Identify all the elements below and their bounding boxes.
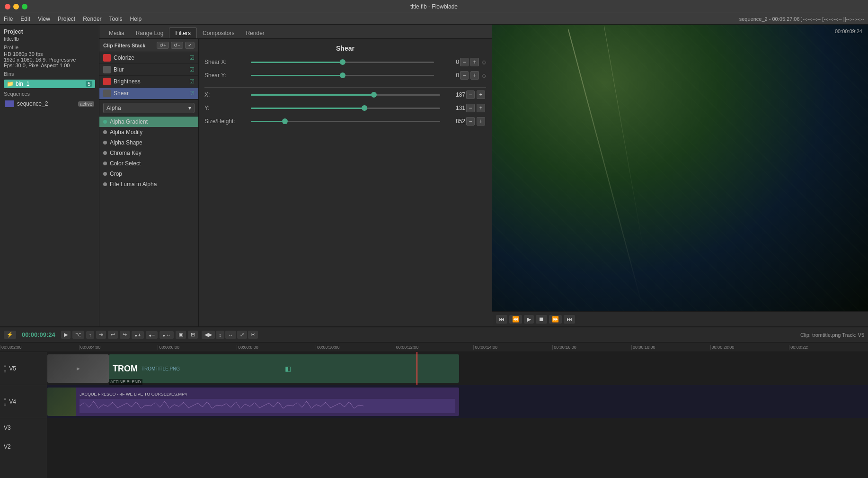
menu-render[interactable]: Render — [83, 16, 101, 22]
maximize-button[interactable] — [22, 4, 27, 9]
y-minus[interactable]: − — [466, 104, 475, 112]
filter-row-colorize[interactable]: Colorize ☑ — [99, 52, 198, 64]
sheary-keyframe[interactable]: ◇ — [482, 72, 486, 79]
mark-out-button[interactable]: ⬥− — [146, 331, 158, 339]
tab-filters[interactable]: Filters — [169, 27, 197, 38]
shearx-slider[interactable] — [251, 58, 434, 66]
sheary-minus[interactable]: − — [460, 71, 469, 80]
alpha-item-gradient[interactable]: Alpha Gradient — [99, 117, 198, 127]
sheary-plus[interactable]: + — [470, 71, 479, 80]
x-value: 187 — [444, 91, 465, 98]
filter-row-blur[interactable]: Blur ☑ — [99, 64, 198, 76]
clip-v5-thumb[interactable]: ▶ — [47, 354, 109, 383]
track-lane-v3 — [47, 418, 868, 437]
track-lane-v2 — [47, 437, 868, 456]
play-timeline[interactable]: ▶ — [61, 331, 71, 339]
video-timecode-overlay: 00:00:09:24 — [835, 28, 862, 34]
x-plus[interactable]: + — [477, 90, 485, 99]
bins-heading: Bins — [4, 71, 95, 77]
remove-filter-button[interactable]: ↺− — [171, 42, 183, 49]
shearx-keyframe[interactable]: ◇ — [482, 59, 486, 65]
tab-render[interactable]: Render — [240, 28, 270, 38]
filter-check-shear[interactable]: ☑ — [189, 90, 195, 97]
track-v4-icon-1: ≡ — [4, 397, 6, 401]
folder-icon: 📁 — [7, 81, 14, 87]
bin-name: bin_1 — [16, 81, 86, 87]
play-button[interactable]: ▶ — [524, 315, 534, 324]
track-v4-icon-2: ≡ — [4, 402, 6, 407]
menu-edit[interactable]: Edit — [20, 16, 30, 22]
clip-v4[interactable]: JACQUE FRESCO - -IF WE LIVE TO OURSELVES… — [47, 388, 459, 416]
lift-button[interactable]: ↑ — [86, 331, 95, 339]
menu-project[interactable]: Project — [58, 16, 75, 22]
alpha-item-crop[interactable]: Crop — [99, 169, 198, 179]
toggle-filter-button[interactable]: ✓ — [185, 42, 195, 49]
sidebar: Project title.flb Profile HD 1080p 30 fp… — [0, 25, 99, 326]
tab-rangelog[interactable]: Range Log — [130, 28, 169, 38]
range-button[interactable]: ⬥↔ — [159, 331, 174, 339]
edit-tool-5[interactable]: ✂ — [248, 331, 258, 339]
alpha-gradient-label: Alpha Gradient — [110, 118, 148, 125]
minimize-button[interactable] — [13, 4, 19, 9]
alpha-item-modify[interactable]: Alpha Modify — [99, 127, 198, 137]
tab-compositors[interactable]: Compositors — [197, 28, 240, 38]
mark-in-button[interactable]: ⬥+ — [132, 331, 143, 339]
alpha-dropdown[interactable]: Alpha ▾ — [103, 103, 195, 113]
y-plus[interactable]: + — [477, 104, 485, 112]
stop-button[interactable]: ⏹ — [536, 315, 547, 324]
sequence-item[interactable]: sequence_2 active — [4, 99, 95, 108]
x-minus[interactable]: − — [466, 90, 475, 99]
alpha-item-chroma[interactable]: Chroma Key — [99, 148, 198, 158]
filter-check-colorize[interactable]: ☑ — [189, 54, 195, 61]
alpha-item-fileluma[interactable]: File Luma to Alpha — [99, 179, 198, 189]
bin-item[interactable]: 📁 bin_1 5 — [4, 80, 95, 88]
extract-button[interactable]: ⇥ — [96, 331, 106, 339]
size-plus[interactable]: + — [477, 117, 485, 126]
menu-help[interactable]: Help — [130, 16, 142, 22]
y-slider[interactable] — [251, 104, 440, 112]
alpha-item-colorselect[interactable]: Color Select — [99, 158, 198, 169]
edit-tool-1[interactable]: ◀▶ — [202, 331, 215, 339]
undo-button[interactable]: ↩ — [108, 331, 118, 339]
close-button[interactable] — [5, 4, 10, 9]
edit-tool-4[interactable]: ⤢ — [237, 331, 247, 339]
tab-media[interactable]: Media — [103, 28, 130, 38]
sequence-button[interactable]: ⊟ — [188, 331, 198, 339]
filter-check-brightness[interactable]: ☑ — [189, 78, 195, 85]
sheary-slider[interactable] — [251, 71, 434, 80]
render-button[interactable]: ▣ — [176, 331, 186, 339]
add-filter-button[interactable]: ↺+ — [157, 42, 169, 49]
clip-v5-trom[interactable]: TROM TROMTITLE.PNG ◧ — [109, 354, 459, 383]
size-value: 852 — [444, 118, 465, 125]
edit-tool-3[interactable]: ↔ — [225, 331, 236, 339]
ruler-mark-3: 00:00:8:00 — [237, 345, 316, 350]
ruler-mark-4: 00:00:10:00 — [316, 345, 395, 350]
redo-button[interactable]: ↪ — [120, 331, 130, 339]
filter-label-blur: Blur — [114, 66, 189, 73]
clip-filters-header: Clip Filters Stack ↺+ ↺− ✓ — [99, 39, 198, 52]
goto-end-button[interactable]: ⏭ — [564, 315, 575, 324]
shearx-minus[interactable]: − — [460, 58, 469, 66]
size-slider[interactable] — [251, 117, 440, 126]
x-slider[interactable] — [251, 90, 440, 99]
filter-row-shear[interactable]: Shear ☑ — [99, 88, 198, 99]
trim-button[interactable]: ⌥ — [72, 331, 84, 339]
alpha-item-shape[interactable]: Alpha Shape — [99, 137, 198, 148]
timeline-tool-select[interactable]: ⚡ — [4, 331, 16, 339]
timeline-tracks: ≡ ≡ V5 ≡ ≡ V4 V3 V2 — [0, 352, 868, 478]
filter-row-brightness[interactable]: Brightness ☑ — [99, 76, 198, 88]
menu-view[interactable]: View — [38, 16, 50, 22]
shearx-plus[interactable]: + — [470, 58, 479, 66]
menu-tools[interactable]: Tools — [109, 16, 123, 22]
alpha-chroma-dot — [103, 151, 107, 155]
active-badge: active — [78, 101, 94, 107]
edit-tool-2[interactable]: ↕ — [216, 331, 224, 339]
prev-frame-button[interactable]: ⏪ — [509, 315, 522, 324]
track-v3-label: V3 — [4, 424, 11, 431]
size-minus[interactable]: − — [466, 117, 475, 126]
next-frame-button[interactable]: ⏩ — [549, 315, 562, 324]
filter-check-blur[interactable]: ☑ — [189, 66, 195, 73]
shear-icon — [103, 90, 111, 97]
menu-file[interactable]: File — [4, 16, 13, 22]
goto-start-button[interactable]: ⏮ — [496, 315, 507, 324]
